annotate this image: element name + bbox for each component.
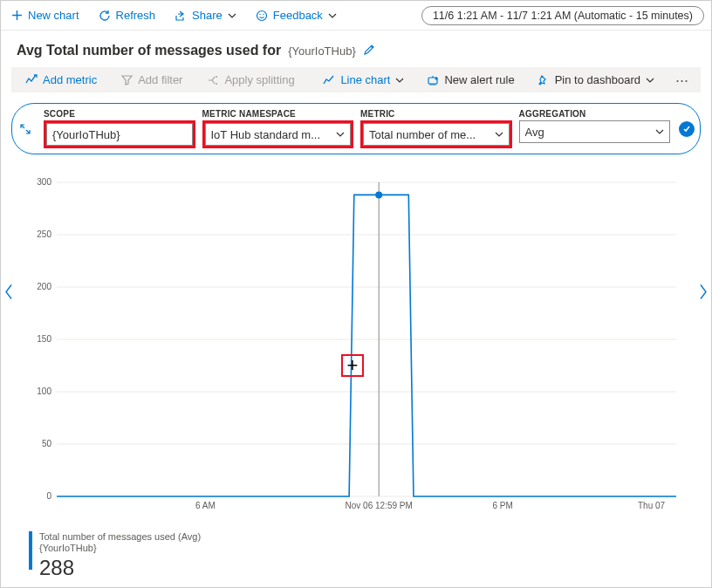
chevron-down-icon <box>336 130 345 139</box>
chevron-down-icon <box>228 11 236 20</box>
chevron-down-icon <box>328 11 337 20</box>
svg-text:Thu 07: Thu 07 <box>638 501 666 510</box>
legend-color-swatch <box>29 531 32 570</box>
add-metric-icon <box>25 74 38 86</box>
svg-text:250: 250 <box>37 229 51 239</box>
refresh-label: Refresh <box>116 9 156 22</box>
svg-text:6 AM: 6 AM <box>195 501 216 510</box>
pin-icon <box>537 74 550 86</box>
legend-scope: {YourIoTHub} <box>39 543 201 554</box>
legend-series-name: Total number of messages used (Avg) <box>39 531 201 543</box>
apply-splitting-label: Apply splitting <box>224 73 294 86</box>
metrics-chart[interactable]: 0501001502002503006 AMNov 06 12:59 PM6 P… <box>29 174 683 524</box>
metric-dropdown[interactable]: Total number of me... <box>363 123 510 146</box>
namespace-label: METRIC NAMESPACE <box>202 109 354 119</box>
pin-label: Pin to dashboard <box>555 73 640 86</box>
chart-type-label: Line chart <box>340 73 390 86</box>
chevron-right-icon <box>699 284 708 300</box>
svg-point-0 <box>257 10 266 20</box>
chevron-down-icon <box>495 130 503 139</box>
svg-text:50: 50 <box>42 439 52 448</box>
svg-text:0: 0 <box>46 491 51 501</box>
more-actions-button[interactable]: ··· <box>672 76 692 85</box>
alert-icon <box>427 74 439 86</box>
add-metric-label: Add metric <box>43 73 97 86</box>
svg-text:150: 150 <box>37 334 51 344</box>
svg-text:300: 300 <box>37 177 51 187</box>
pin-dashboard-button[interactable]: Pin to dashboard <box>532 72 660 87</box>
aggregation-selector: AGGREGATION Avg <box>519 109 671 143</box>
namespace-dropdown[interactable]: IoT Hub standard m... <box>205 123 352 146</box>
line-chart-icon <box>323 74 335 86</box>
edit-title-button[interactable] <box>363 44 375 58</box>
add-filter-button: Add filter <box>116 72 188 87</box>
chart-type-button[interactable]: Line chart <box>318 72 409 87</box>
legend-value: 288 <box>39 556 201 580</box>
filter-icon <box>121 74 133 85</box>
chart-legend: Total number of messages used (Avg) {You… <box>29 531 201 580</box>
new-chart-button[interactable]: New chart <box>8 7 83 24</box>
aggregation-value: Avg <box>525 126 544 139</box>
metric-label: METRIC <box>360 109 512 119</box>
aggregation-dropdown[interactable]: Avg <box>519 120 671 143</box>
refresh-icon <box>99 10 111 22</box>
svg-text:6 PM: 6 PM <box>493 501 513 510</box>
metric-selector-pill: SCOPE {YourIoTHub} METRIC NAMESPACE IoT … <box>11 103 701 154</box>
feedback-button[interactable]: Feedback <box>252 7 340 24</box>
time-range-picker[interactable]: 11/6 1:21 AM - 11/7 1:21 AM (Automatic -… <box>421 6 704 25</box>
nav-prev-button[interactable] <box>4 284 13 304</box>
svg-point-1 <box>259 13 260 14</box>
svg-text:Nov 06 12:59 PM: Nov 06 12:59 PM <box>346 501 413 510</box>
scope-label: SCOPE <box>44 109 195 119</box>
chevron-down-icon <box>655 127 664 136</box>
apply-splitting-button: Apply splitting <box>202 72 299 87</box>
confirm-check-icon[interactable] <box>679 121 695 137</box>
new-alert-label: New alert rule <box>444 73 514 86</box>
pencil-icon <box>363 44 375 56</box>
scope-dropdown[interactable]: {YourIoTHub} <box>46 123 193 146</box>
plus-icon <box>11 10 23 21</box>
svg-point-25 <box>375 191 382 198</box>
aggregation-label: AGGREGATION <box>519 109 671 119</box>
share-button[interactable]: Share <box>171 7 240 24</box>
refresh-button[interactable]: Refresh <box>95 7 160 24</box>
svg-point-2 <box>263 13 264 14</box>
new-chart-label: New chart <box>28 9 79 22</box>
scope-selector: SCOPE {YourIoTHub} <box>44 109 195 148</box>
page-title-scope: {YourIoTHub} <box>288 44 356 58</box>
namespace-value: IoT Hub standard m... <box>211 128 321 141</box>
split-icon <box>207 74 219 86</box>
feedback-label: Feedback <box>273 9 323 22</box>
share-label: Share <box>192 9 222 22</box>
chevron-down-icon <box>646 76 654 85</box>
add-filter-label: Add filter <box>138 73 182 86</box>
chevron-down-icon <box>395 76 404 85</box>
add-metric-button[interactable]: Add metric <box>20 72 102 87</box>
share-icon <box>175 10 187 22</box>
page-title: Avg Total number of messages used for <box>17 43 281 58</box>
svg-text:200: 200 <box>37 282 51 291</box>
expand-icon[interactable] <box>19 123 31 135</box>
namespace-selector: METRIC NAMESPACE IoT Hub standard m... <box>202 109 354 148</box>
scope-value: {YourIoTHub} <box>52 128 120 141</box>
svg-point-3 <box>216 76 217 78</box>
metric-value: Total number of me... <box>369 128 476 141</box>
nav-next-button[interactable] <box>699 284 708 304</box>
new-alert-button[interactable]: New alert rule <box>421 72 519 87</box>
svg-point-4 <box>216 83 217 85</box>
svg-text:100: 100 <box>37 386 51 396</box>
chevron-left-icon <box>4 284 13 300</box>
smiley-icon <box>256 10 268 22</box>
metric-selector: METRIC Total number of me... <box>360 109 512 148</box>
